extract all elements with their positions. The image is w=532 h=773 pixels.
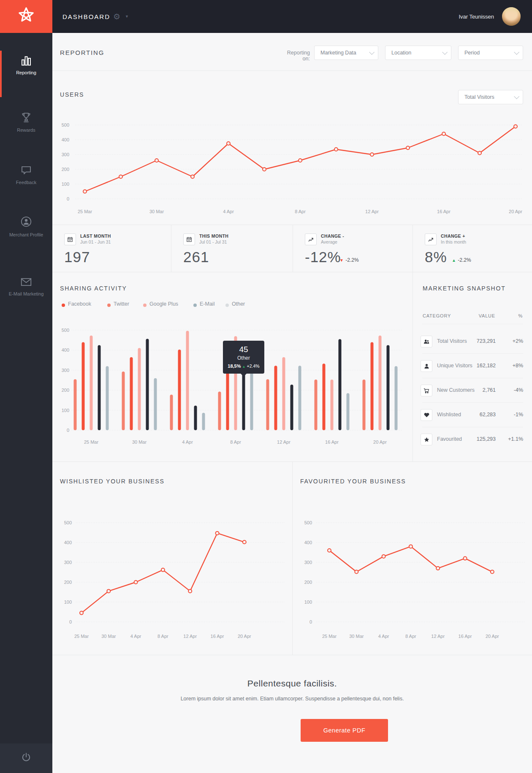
footer-body-text: Lorem ipsum dolor sit amet enim. Etiam u… bbox=[52, 696, 532, 702]
triangle-up-icon: ▲ bbox=[452, 258, 456, 263]
star-icon bbox=[421, 434, 432, 445]
gear-icon[interactable]: ⚙ bbox=[113, 0, 120, 33]
snapshot-title: MARKETING SNAPSHOT bbox=[423, 285, 506, 292]
reporting-header: REPORTING Reporting on: Marketing Data L… bbox=[52, 33, 532, 71]
svg-text:100: 100 bbox=[304, 599, 312, 605]
sidebar-item-label: E-Mail Marketing bbox=[0, 291, 52, 297]
period-dropdown[interactable]: Period bbox=[458, 46, 523, 60]
stat-sub: Jul 01 - Jul 31 bbox=[199, 239, 227, 244]
heart-icon bbox=[421, 409, 432, 421]
chevron-down-icon bbox=[442, 49, 448, 55]
avatar[interactable] bbox=[502, 7, 521, 26]
sidebar-item-label: Reporting bbox=[0, 70, 52, 76]
row-pct: -1% bbox=[514, 412, 523, 418]
svg-text:12 Apr: 12 Apr bbox=[183, 634, 197, 639]
svg-text:20 Apr: 20 Apr bbox=[373, 439, 387, 445]
sidebar-item-label: Rewards bbox=[0, 127, 52, 133]
footer-heading: Pellentesque facilisis. bbox=[52, 678, 532, 689]
svg-text:400: 400 bbox=[62, 137, 69, 142]
svg-text:4 Apr: 4 Apr bbox=[130, 634, 141, 639]
app-logo[interactable] bbox=[0, 0, 52, 33]
trophy-icon bbox=[0, 111, 52, 123]
person-icon bbox=[0, 215, 52, 228]
row-label: Total Visitors bbox=[437, 338, 467, 344]
column-header-category: CATEGORY bbox=[423, 313, 451, 318]
stat-value: 8% bbox=[425, 249, 447, 266]
svg-text:25 Mar: 25 Mar bbox=[78, 209, 92, 214]
snapshot-row-unique-visitors[interactable]: Unique Visitors 162,182 +8% bbox=[413, 353, 532, 378]
svg-text:500: 500 bbox=[64, 520, 72, 525]
row-value: 125,293 bbox=[477, 436, 496, 442]
bar-chart-icon bbox=[0, 55, 52, 66]
row-pct: -4% bbox=[514, 387, 523, 393]
divider bbox=[422, 324, 523, 324]
marketing-snapshot-panel: MARKETING SNAPSHOT CATEGORY VALUE % Tota… bbox=[413, 272, 532, 462]
sidebar-item-reporting[interactable]: Reporting bbox=[0, 55, 52, 76]
tooltip-delta: +2.4% bbox=[247, 363, 260, 369]
column-header-pct: % bbox=[518, 313, 523, 318]
sidebar-item-label: Feedback bbox=[0, 179, 52, 186]
snapshot-row-favourited[interactable]: Favourited 125,293 +1.1% bbox=[413, 427, 532, 451]
svg-text:400: 400 bbox=[62, 347, 69, 353]
stat-change-plus: CHANGE + In this month 8% ▲ -2.2% bbox=[413, 225, 532, 272]
trend-icon bbox=[305, 233, 317, 245]
stat-value: -12% bbox=[305, 249, 341, 266]
sidebar-item-rewards[interactable]: Rewards bbox=[0, 111, 52, 133]
svg-text:4 Apr: 4 Apr bbox=[378, 634, 389, 639]
svg-text:30 Mar: 30 Mar bbox=[149, 209, 164, 214]
row-value: 723,291 bbox=[477, 338, 496, 344]
users-line-chart: 010020030040050025 Mar30 Mar4 Apr8 Apr12… bbox=[52, 71, 532, 225]
svg-text:30 Mar: 30 Mar bbox=[101, 634, 116, 639]
sidebar: Reporting Rewards Feedback Merchant Prof… bbox=[0, 33, 52, 773]
tooltip-value: 45 bbox=[223, 345, 264, 354]
svg-text:300: 300 bbox=[64, 560, 72, 565]
generate-pdf-button[interactable]: Generate PDF bbox=[301, 719, 388, 742]
star-logo-icon bbox=[17, 6, 35, 27]
row-pct: +1.1% bbox=[508, 436, 523, 442]
stat-sub: Jun 01 - Jun 31 bbox=[80, 239, 111, 244]
stat-value: 261 bbox=[183, 249, 209, 266]
svg-text:0: 0 bbox=[69, 619, 72, 624]
user-icon bbox=[421, 360, 432, 372]
svg-text:0: 0 bbox=[67, 196, 69, 201]
tooltip-label: Other bbox=[223, 355, 264, 361]
snapshot-row-new-customers[interactable]: New Customers 2,761 -4% bbox=[413, 378, 532, 402]
triangle-down-icon: ▼ bbox=[339, 258, 344, 263]
sidebar-item-feedback[interactable]: Feedback bbox=[0, 165, 52, 186]
svg-text:100: 100 bbox=[64, 599, 72, 605]
svg-text:100: 100 bbox=[62, 182, 69, 187]
svg-text:16 Apr: 16 Apr bbox=[437, 209, 451, 214]
svg-text:8 Apr: 8 Apr bbox=[157, 634, 168, 639]
svg-text:500: 500 bbox=[304, 520, 312, 525]
triangle-up-icon: ▲ bbox=[242, 365, 246, 369]
column-header-value: VALUE bbox=[479, 313, 495, 318]
svg-text:25 Mar: 25 Mar bbox=[74, 634, 89, 639]
footer: Pellentesque facilisis. Lorem ipsum dolo… bbox=[52, 655, 532, 773]
logout-button[interactable] bbox=[0, 743, 52, 773]
tooltip-pct: 18,5% bbox=[228, 363, 241, 369]
page-title: DASHBOARD bbox=[62, 0, 110, 33]
power-icon bbox=[21, 752, 32, 765]
svg-text:16 Apr: 16 Apr bbox=[325, 439, 339, 445]
snapshot-row-wishlisted[interactable]: Wishlisted 62,283 -1% bbox=[413, 402, 532, 427]
snapshot-row-total-visitors[interactable]: Total Visitors 723,291 +2% bbox=[413, 329, 532, 353]
svg-text:300: 300 bbox=[62, 152, 69, 157]
location-dropdown[interactable]: Location bbox=[385, 46, 451, 60]
stat-sub: In this month bbox=[441, 239, 466, 244]
cart-icon bbox=[421, 385, 432, 396]
row-label: Wishlisted bbox=[437, 412, 461, 418]
reporting-on-label: Reporting on: bbox=[279, 50, 310, 62]
row-label: Favourited bbox=[437, 436, 462, 442]
sidebar-item-label: Merchant Profile bbox=[0, 232, 52, 238]
section-title: REPORTING bbox=[60, 49, 104, 56]
svg-text:200: 200 bbox=[304, 580, 312, 585]
wishlisted-section: WISHLISTED YOUR BUSINESS 010020030040050… bbox=[52, 462, 292, 655]
sidebar-item-merchant-profile[interactable]: Merchant Profile bbox=[0, 215, 52, 238]
stat-label: CHANGE + bbox=[441, 233, 465, 239]
sidebar-item-email-marketing[interactable]: E-Mail Marketing bbox=[0, 277, 52, 297]
chevron-down-icon[interactable]: ▼ bbox=[125, 0, 129, 33]
marketing-data-dropdown[interactable]: Marketing Data bbox=[314, 46, 378, 60]
svg-text:500: 500 bbox=[62, 122, 69, 127]
svg-text:200: 200 bbox=[62, 167, 69, 172]
chevron-down-icon bbox=[369, 49, 375, 55]
